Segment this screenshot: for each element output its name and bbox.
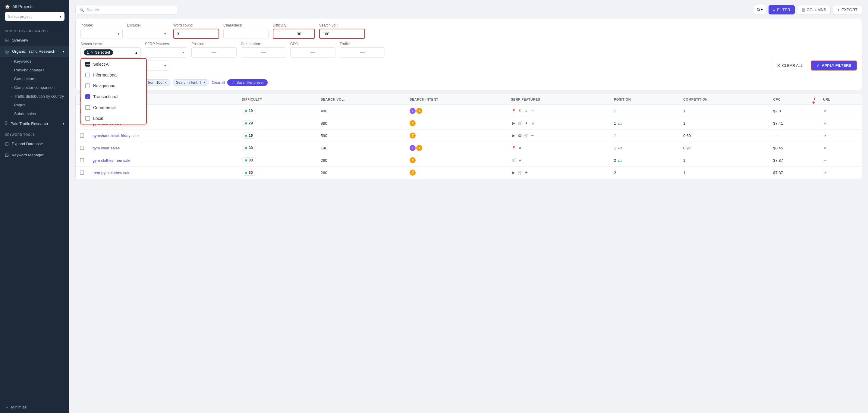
search-intent-trigger[interactable]: 1 ✕ Selected ▴: [81, 47, 141, 58]
traffic-max-input[interactable]: [367, 50, 381, 55]
sidebar-item-paid-traffic[interactable]: $ Paid Traffic Research ▾: [0, 118, 69, 129]
intent-informational[interactable]: Informational: [81, 70, 146, 81]
competition-min-input[interactable]: [244, 50, 259, 55]
serp-features-filter: SERP features:: [145, 42, 187, 58]
row-checkbox[interactable]: [80, 170, 84, 175]
difficulty-max-input[interactable]: 30: [297, 32, 309, 36]
sidebar-sub-competitors[interactable]: Competitors: [0, 74, 69, 83]
serp-icon: ★: [524, 170, 529, 175]
commercial-checkbox[interactable]: [85, 105, 90, 110]
keyword-link[interactable]: gym clothes men sale: [93, 158, 130, 163]
intent-transactional[interactable]: ✓ Transactional: [81, 91, 146, 102]
intent-commercial[interactable]: Commercial: [81, 102, 146, 113]
cpc-filter: CPC: —: [290, 42, 336, 58]
keyword-link[interactable]: men gym clothes sale: [93, 170, 130, 175]
col-url: URL: [819, 94, 862, 105]
serp-icon: 🛒: [511, 158, 516, 163]
clear-all-link[interactable]: Clear all: [212, 81, 225, 85]
filter-button[interactable]: ≡ FILTER: [769, 5, 795, 14]
minimize-icon: ←: [5, 405, 9, 409]
cpc-max-input[interactable]: [317, 50, 332, 55]
position-cell: 2 ▲1: [610, 154, 679, 167]
chevron-up-icon: ▴: [135, 50, 137, 55]
competition-cell: 0.69: [679, 130, 769, 142]
table-row: gymshark black friday sale16590T▶🖼🛒⋯10.6…: [76, 130, 862, 142]
intent-cell: T: [405, 167, 507, 179]
include-select[interactable]: [81, 29, 123, 39]
word-count-max-input[interactable]: [200, 32, 216, 36]
project-select[interactable]: Select project ▾: [5, 12, 64, 21]
search-intent-filter-tag[interactable]: Search intent: T ✕: [173, 79, 210, 86]
characters-max-input[interactable]: [250, 32, 265, 36]
search-vol-max-input[interactable]: [346, 32, 361, 36]
row-checkbox[interactable]: [80, 146, 84, 150]
sidebar-sub-keywords[interactable]: Keywords: [0, 57, 69, 66]
external-link[interactable]: ↗: [823, 134, 826, 138]
cpc-min-input[interactable]: [293, 50, 309, 55]
exclude-label: Exclude:: [127, 23, 169, 27]
sidebar-item-organic-traffic[interactable]: ◎ Organic Traffic Research ▴: [0, 46, 69, 57]
navigational-checkbox[interactable]: [85, 84, 90, 88]
external-link[interactable]: ↗: [823, 146, 826, 150]
intent-cell: T: [405, 154, 507, 167]
position-value: 1: [614, 133, 616, 138]
external-link[interactable]: ↗: [823, 158, 826, 163]
intent-x-icon[interactable]: ✕: [91, 51, 93, 55]
search-icon: 🔍: [79, 7, 84, 12]
local-checkbox[interactable]: [85, 116, 90, 121]
sidebar-item-label: Expand Database: [12, 141, 43, 146]
sidebar-sub-pages[interactable]: Pages: [0, 101, 69, 109]
url-cell: ↗: [819, 130, 862, 142]
competition-max-input[interactable]: [268, 50, 283, 55]
save-filter-preset-button[interactable]: ✓ Save filter preset: [227, 79, 268, 86]
sidebar-item-overview[interactable]: ⊞ Overview: [0, 35, 69, 46]
difficulty-min-input[interactable]: [276, 32, 288, 36]
all-projects-link[interactable]: 🏠 All Projects: [5, 4, 64, 9]
row-checkbox[interactable]: [80, 158, 84, 162]
intent-tag: T: [410, 132, 415, 138]
serp-features-cell: 📍©≡⋯: [507, 105, 610, 117]
informational-checkbox[interactable]: [85, 73, 90, 77]
cpc-cell: $7.87: [769, 167, 819, 179]
transactional-checkbox[interactable]: ✓: [85, 94, 90, 99]
search-input[interactable]: 🔍 Search: [75, 5, 178, 14]
serp-icon: 🛒: [524, 133, 529, 138]
exclude-select[interactable]: [127, 29, 169, 39]
export-button[interactable]: ↑ EXPORT: [833, 5, 862, 14]
sidebar-item-expand-database[interactable]: ⊞ Expand Database: [0, 138, 69, 150]
clear-all-button[interactable]: ✕ CLEAR ALL: [772, 61, 808, 70]
sidebar-sub-competitor-comparison[interactable]: Competitor comparison: [0, 83, 69, 92]
sidebar-sub-ranking-changes[interactable]: Ranking changes: [0, 66, 69, 74]
sidebar-sub-traffic-distribution[interactable]: Traffic distribution by country: [0, 92, 69, 101]
external-link[interactable]: ↗: [823, 171, 826, 175]
columns-button[interactable]: ||| COLUMNS: [797, 5, 831, 14]
intent-local[interactable]: Local: [81, 113, 146, 124]
copy-button[interactable]: ⧉ ▾: [754, 5, 766, 14]
external-link[interactable]: ↗: [823, 121, 826, 126]
sidebar-item-keyword-manager[interactable]: ⊞ Keyword Manager: [0, 150, 69, 161]
remove-search-vol-icon[interactable]: ✕: [164, 81, 167, 85]
minimize-button[interactable]: ← Minimize: [5, 405, 64, 409]
home-icon: 🏠: [5, 4, 10, 9]
search-vol-input-box: 100 —: [319, 29, 365, 39]
traffic-filter: Traffic: —: [340, 42, 385, 58]
organic-icon: ◎: [5, 49, 9, 54]
serp-icon: 📍: [511, 145, 516, 151]
position-min-input[interactable]: [195, 50, 210, 55]
remove-search-intent-icon[interactable]: ✕: [203, 81, 206, 85]
position-max-input[interactable]: [218, 50, 233, 55]
row-checkbox[interactable]: [80, 133, 84, 138]
select-all-checkbox[interactable]: —: [85, 62, 90, 67]
characters-min-input[interactable]: [227, 32, 242, 36]
search-vol-min-input[interactable]: 100: [323, 32, 338, 36]
word-count-min-input[interactable]: 3: [177, 32, 192, 36]
apply-filters-button[interactable]: ✓ APPLY FILTERS: [811, 61, 857, 70]
sidebar-sub-subdomains[interactable]: Subdomains: [0, 109, 69, 118]
intent-navigational[interactable]: Navigational: [81, 81, 146, 91]
traffic-min-input[interactable]: [343, 50, 358, 55]
keyword-link[interactable]: gym wear sales: [93, 146, 120, 150]
serp-features-select[interactable]: [145, 47, 187, 58]
intent-select-all[interactable]: — Select All: [81, 59, 146, 70]
external-link[interactable]: ↗: [823, 109, 826, 113]
keyword-link[interactable]: gymshark black friday sale: [93, 133, 138, 138]
